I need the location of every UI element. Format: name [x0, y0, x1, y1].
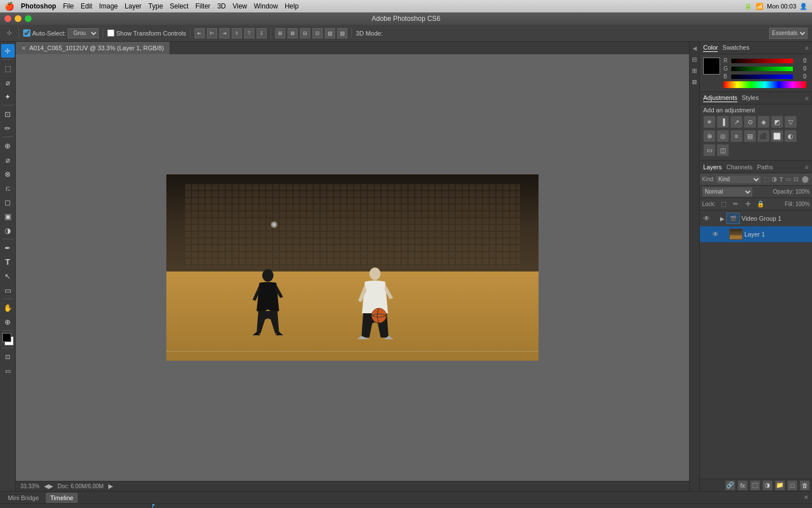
menu-type[interactable]: Type	[148, 2, 163, 10]
align-top-button[interactable]: ⇧	[232, 28, 242, 38]
show-transform-controls-container[interactable]: Show Transform Controls	[107, 29, 186, 37]
align-center-h-button[interactable]: ⊢	[207, 28, 217, 38]
foreground-color-swatch[interactable]	[2, 333, 11, 342]
lock-position-icon[interactable]: ✛	[744, 200, 753, 209]
align-left-button[interactable]: ⇤	[195, 28, 205, 38]
hsl-btn[interactable]: ◩	[771, 116, 783, 128]
history-brush-button[interactable]: ⎌	[1, 181, 15, 195]
menu-edit[interactable]: Edit	[81, 2, 92, 10]
color-lookup-btn[interactable]: ▤	[744, 130, 756, 142]
blue-slider[interactable]	[731, 75, 793, 79]
panel-toggle-icon-1[interactable]: ⊟	[691, 55, 699, 63]
filter-smart-icon[interactable]: ⊟	[793, 176, 798, 183]
panel-toggle-icon-2[interactable]: ⊞	[691, 67, 699, 75]
curves-btn[interactable]: ↗	[730, 116, 743, 128]
video-group-expand-icon[interactable]: ▶	[720, 216, 725, 222]
lock-paint-icon[interactable]: ✏	[731, 200, 740, 209]
hand-tool-button[interactable]: ✋	[1, 301, 15, 314]
menu-layer[interactable]: Layer	[125, 2, 142, 10]
apple-logo-icon[interactable]: 🍎	[5, 2, 14, 11]
path-select-button[interactable]: ↖	[1, 269, 15, 283]
layer-group-button[interactable]: 📁	[775, 480, 785, 491]
opacity-value[interactable]: 100%	[795, 189, 810, 195]
document-tab-close-icon[interactable]: ✕	[21, 45, 26, 51]
tab-color[interactable]: Color	[703, 44, 718, 52]
vibrance-btn[interactable]: ◈	[757, 116, 770, 128]
invert-btn[interactable]: ⬛	[757, 130, 770, 142]
layer-link-button[interactable]: 🔗	[725, 480, 735, 491]
color-panel-menu-icon[interactable]: ≡	[805, 45, 809, 51]
collapse-right-icon[interactable]: ◀	[691, 44, 699, 52]
lock-all-icon[interactable]: 🔒	[756, 200, 765, 209]
layer-filter-toggle[interactable]	[801, 176, 810, 183]
layer-adjustment-button[interactable]: ◑	[762, 480, 773, 491]
status-arrows[interactable]: ◀▶	[44, 483, 53, 490]
brush-tool-button[interactable]: ⌀	[1, 153, 15, 167]
eraser-tool-button[interactable]: ◻	[1, 195, 15, 209]
tab-swatches[interactable]: Swatches	[722, 44, 749, 51]
auto-select-dropdown[interactable]: Group Layer	[68, 28, 99, 38]
levels-btn[interactable]: ▐	[717, 116, 729, 128]
video-group-layer-name[interactable]: Video Group 1	[742, 215, 810, 222]
menu-image[interactable]: Image	[99, 2, 118, 10]
document-tab[interactable]: ✕ A014_C065_1012UV @ 33.3% (Layer 1, RGB…	[16, 42, 170, 54]
workspace-dropdown[interactable]: Essentials	[769, 28, 807, 39]
lock-transparency-icon[interactable]: ⬚	[719, 200, 728, 209]
red-slider[interactable]	[731, 59, 793, 63]
photo-filter-btn[interactable]: ◎	[717, 130, 729, 142]
timeline-playhead[interactable]	[152, 504, 153, 508]
quick-mask-button[interactable]: ⊡	[1, 350, 15, 364]
tab-channels[interactable]: Channels	[726, 164, 752, 170]
new-layer-button[interactable]: □	[787, 480, 797, 491]
menu-photoshop[interactable]: Photoshop	[21, 2, 56, 10]
tab-mini-bridge[interactable]: Mini Bridge	[3, 493, 43, 503]
gradient-map-btn[interactable]: ▭	[703, 144, 716, 156]
filter-kind-dropdown[interactable]: Kind Name Effect Mode Attribute Color Sm…	[716, 175, 761, 184]
menu-help[interactable]: Help	[285, 2, 299, 10]
color-foreground-swatch[interactable]	[703, 58, 720, 75]
green-value[interactable]: 0	[795, 65, 806, 72]
move-tool-button[interactable]: ✛	[1, 44, 15, 58]
quick-select-tool-button[interactable]: ✦	[1, 90, 15, 103]
show-transform-checkbox[interactable]	[107, 29, 114, 37]
menu-file[interactable]: File	[63, 2, 74, 10]
menu-window[interactable]: Window	[254, 2, 278, 10]
distribute-right-button[interactable]: ⊟	[300, 28, 310, 38]
tab-paths[interactable]: Paths	[757, 164, 773, 170]
adjustments-panel-menu-icon[interactable]: ≡	[805, 95, 809, 102]
canvas-scroll-area[interactable]	[16, 54, 689, 481]
panel-toggle-icon-3[interactable]: ⊠	[691, 78, 699, 86]
filter-shape-icon[interactable]: ▭	[785, 176, 791, 183]
dodge-tool-button[interactable]: ◑	[1, 224, 15, 237]
distribute-bottom-button[interactable]: ▨	[337, 28, 347, 38]
tab-layers[interactable]: Layers	[703, 164, 722, 170]
window-close-button[interactable]	[5, 15, 11, 22]
layer-item-layer1[interactable]: 👁 Layer 1	[700, 226, 812, 242]
selective-color-btn[interactable]: ◫	[717, 144, 729, 156]
marquee-tool-button[interactable]: ⬚	[1, 62, 15, 75]
filter-type-icon[interactable]: T	[779, 176, 783, 183]
menu-select[interactable]: Select	[170, 2, 188, 10]
foreground-background-colors[interactable]	[1, 332, 15, 346]
tab-timeline[interactable]: Timeline	[46, 493, 78, 503]
lasso-tool-button[interactable]: ⌀	[1, 76, 15, 89]
layer-mask-button[interactable]: ⬚	[750, 480, 760, 491]
red-value[interactable]: 0	[795, 58, 806, 64]
eyedropper-tool-button[interactable]: ✏	[1, 121, 15, 135]
layers-panel-menu-icon[interactable]: ≡	[805, 164, 809, 170]
crop-tool-button[interactable]: ⊡	[1, 107, 15, 121]
tab-styles[interactable]: Styles	[742, 94, 759, 102]
align-right-button[interactable]: ⇥	[219, 28, 230, 38]
bottom-panel-collapse-icon[interactable]: ✕	[804, 494, 809, 501]
pen-tool-button[interactable]: ✒	[1, 241, 15, 255]
delete-layer-button[interactable]: 🗑	[800, 480, 810, 491]
window-minimize-button[interactable]	[15, 15, 21, 22]
distribute-top-button[interactable]: ⊡	[312, 28, 323, 38]
bw-btn[interactable]: ⊕	[703, 130, 716, 142]
blend-mode-dropdown[interactable]: Normal Dissolve Multiply Screen Overlay	[702, 187, 753, 197]
blue-value[interactable]: 0	[795, 73, 806, 80]
menu-view[interactable]: View	[232, 2, 247, 10]
layer-visibility-layer1-icon[interactable]: 👁	[711, 230, 720, 239]
layer-visibility-video-group-icon[interactable]: 👁	[702, 214, 711, 223]
menu-3d[interactable]: 3D	[217, 2, 226, 10]
